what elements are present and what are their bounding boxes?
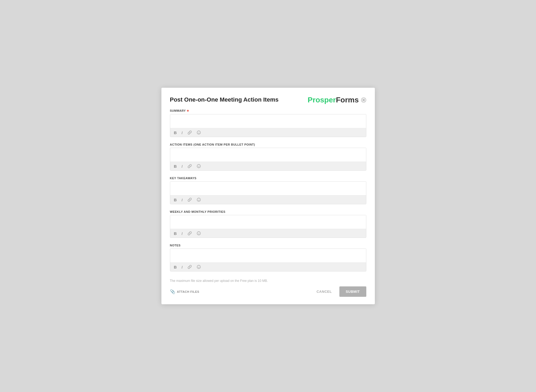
bold-button-key-takeaways[interactable]: B: [173, 197, 178, 202]
link-button-notes[interactable]: [186, 264, 193, 270]
field-group-notes: NOTES B I: [170, 244, 366, 271]
link-button-summary[interactable]: [186, 130, 193, 135]
field-group-action-items: ACTION ITEMS (ONE ACTION ITEM PER BULLET…: [170, 143, 366, 171]
attach-files-label: ATTACH FILES: [177, 290, 199, 293]
attach-files-button[interactable]: 📎 ATTACH FILES: [170, 289, 199, 294]
toolbar-key-takeaways: B I: [170, 195, 366, 204]
modal-header: Post One-on-One Meeting Action Items Pro…: [170, 96, 366, 104]
modal-overlay: Post One-on-One Meeting Action Items Pro…: [0, 0, 536, 392]
field-group-summary: SUMMARY★ B I: [170, 109, 366, 137]
field-group-priorities: WEEKLY AND MONTHLY PRIORITIES B I: [170, 210, 366, 238]
action-items-input[interactable]: [170, 148, 366, 162]
submit-button[interactable]: SUBMIT: [339, 286, 366, 297]
svg-point-14: [199, 233, 200, 233]
field-group-key-takeaways: KEY TAKEAWAYS B I: [170, 177, 366, 204]
form-footer: 📎 ATTACH FILES CANCEL SUBMIT: [170, 286, 366, 297]
bold-button-action-items[interactable]: B: [173, 164, 178, 169]
emoji-button-priorities[interactable]: [196, 231, 202, 236]
italic-button-notes[interactable]: I: [180, 265, 184, 270]
modal-container: Post One-on-One Meeting Action Items Pro…: [161, 88, 375, 304]
paperclip-icon: 📎: [170, 289, 176, 294]
field-label-action-items: ACTION ITEMS (ONE ACTION ITEM PER BULLET…: [170, 143, 366, 146]
italic-button-priorities[interactable]: I: [180, 231, 184, 236]
required-indicator: ★: [186, 109, 189, 112]
field-label-key-takeaways: KEY TAKEAWAYS: [170, 177, 366, 180]
logo-area: ProsperForms: [308, 96, 366, 104]
emoji-button-action-items[interactable]: [196, 163, 202, 169]
svg-point-3: [197, 131, 200, 134]
emoji-button-notes[interactable]: [196, 264, 202, 270]
summary-input[interactable]: [170, 114, 366, 128]
cancel-button[interactable]: CANCEL: [312, 287, 336, 296]
link-button-action-items[interactable]: [186, 163, 193, 169]
italic-button-action-items[interactable]: I: [180, 164, 184, 169]
svg-point-17: [199, 266, 200, 267]
editor-key-takeaways: B I: [170, 181, 366, 204]
notes-input[interactable]: [170, 249, 366, 263]
bold-button-priorities[interactable]: B: [173, 231, 178, 236]
logo-text: ProsperForms: [308, 96, 359, 104]
toolbar-summary: B I: [170, 128, 366, 137]
svg-point-15: [197, 265, 200, 269]
field-label-summary: SUMMARY★: [170, 109, 366, 113]
close-button[interactable]: [359, 97, 366, 103]
italic-button-summary[interactable]: I: [180, 130, 184, 135]
emoji-button-key-takeaways[interactable]: [196, 197, 202, 202]
footer-buttons: CANCEL SUBMIT: [312, 286, 366, 297]
toolbar-notes: B I: [170, 263, 366, 271]
svg-point-5: [199, 132, 200, 133]
svg-point-8: [199, 166, 200, 166]
emoji-button-summary[interactable]: [196, 130, 202, 135]
svg-point-7: [198, 166, 198, 166]
file-size-info: The maximum file size allowed per upload…: [170, 277, 366, 283]
field-label-priorities: WEEKLY AND MONTHLY PRIORITIES: [170, 210, 366, 213]
priorities-input[interactable]: [170, 215, 366, 229]
svg-point-6: [197, 165, 200, 168]
field-label-notes: NOTES: [170, 244, 366, 247]
logo-prosper: Prosper: [308, 96, 336, 104]
svg-point-13: [198, 233, 198, 233]
svg-point-11: [199, 199, 200, 200]
modal-title: Post One-on-One Meeting Action Items: [170, 96, 279, 103]
svg-point-16: [198, 266, 198, 267]
svg-point-4: [198, 132, 198, 133]
svg-point-12: [197, 232, 200, 235]
bold-button-notes[interactable]: B: [173, 265, 178, 270]
svg-point-10: [198, 199, 198, 200]
toolbar-action-items: B I: [170, 162, 366, 170]
editor-priorities: B I: [170, 215, 366, 238]
key-takeaways-input[interactable]: [170, 182, 366, 195]
link-button-priorities[interactable]: [186, 231, 193, 236]
logo-forms: Forms: [336, 96, 359, 104]
bold-button-summary[interactable]: B: [173, 130, 178, 135]
italic-button-key-takeaways[interactable]: I: [180, 197, 184, 202]
editor-action-items: B I: [170, 148, 366, 171]
editor-summary: B I: [170, 114, 366, 137]
toolbar-priorities: B I: [170, 229, 366, 238]
svg-point-9: [197, 198, 200, 202]
editor-notes: B I: [170, 249, 366, 271]
link-button-key-takeaways[interactable]: [186, 197, 193, 202]
